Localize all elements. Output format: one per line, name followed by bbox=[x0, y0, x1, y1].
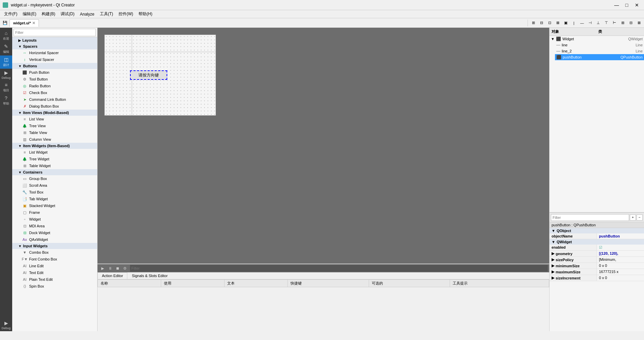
prop-maximumsize-value[interactable]: 16777215 x bbox=[597, 269, 644, 275]
sidebar-debug-bottom[interactable]: ▶ Debug bbox=[0, 319, 12, 331]
action-delete-btn[interactable]: ⏹ bbox=[114, 265, 121, 272]
tree-item-line[interactable]: — line Line bbox=[555, 42, 644, 48]
maximize-button[interactable]: □ bbox=[622, 2, 631, 8]
item-push-button[interactable]: ⬛ Push Button bbox=[12, 69, 97, 76]
item-tool-box[interactable]: 🔧 Tool Box bbox=[12, 189, 97, 196]
prop-objectname-value[interactable]: pushButton bbox=[597, 233, 644, 239]
enabled-checkbox[interactable]: ☑ bbox=[599, 245, 602, 249]
item-check-box[interactable]: ☑ Check Box bbox=[12, 89, 97, 96]
maximumsize-expand[interactable]: ▶ bbox=[552, 270, 554, 274]
item-widget[interactable]: ▫ Widget bbox=[12, 216, 97, 223]
sidebar-design[interactable]: ◫ 设计 bbox=[0, 55, 12, 69]
sizeincrement-expand[interactable]: ▶ bbox=[552, 276, 554, 280]
tool-btn-2[interactable]: ⊟ bbox=[538, 19, 545, 27]
sidebar-debug[interactable]: ▶ Debug bbox=[0, 69, 12, 81]
tool-btn-3[interactable]: ⊡ bbox=[546, 19, 553, 27]
item-spin-box[interactable]: ⟨⟩ Spin Box bbox=[12, 283, 97, 290]
tool-btn-4[interactable]: ⊠ bbox=[554, 19, 561, 27]
prop-minimumsize-key[interactable]: ▶minimumSize bbox=[550, 263, 597, 269]
item-tree-view[interactable]: 🌲 Tree View bbox=[12, 122, 97, 129]
item-table-view[interactable]: ⊞ Table View bbox=[12, 129, 97, 136]
item-group-box[interactable]: ▭ Group Box bbox=[12, 175, 97, 182]
tool-save[interactable]: 💾 bbox=[1, 19, 9, 27]
category-input-widgets[interactable]: ▼ Input Widgets bbox=[12, 243, 97, 249]
item-horizontal-spacer[interactable]: ↔ Horizontal Spacer bbox=[12, 49, 97, 56]
item-tab-widget[interactable]: 📑 Tab Widget bbox=[12, 196, 97, 202]
item-list-widget[interactable]: ≡ List Widget bbox=[12, 149, 97, 156]
action-add-btn[interactable]: ▶ bbox=[99, 265, 106, 272]
sidebar-welcome[interactable]: ⌂ 欢迎 bbox=[0, 29, 12, 42]
item-dialog-button-box[interactable]: ✗ Dialog Button Box bbox=[12, 103, 97, 110]
widget-filter-input[interactable] bbox=[14, 29, 96, 36]
category-spacers[interactable]: ▼ Spacers bbox=[12, 43, 97, 49]
tool-btn-6[interactable]: | bbox=[570, 19, 578, 27]
tool-btn-10[interactable]: ⊤ bbox=[603, 19, 610, 27]
item-radio-button[interactable]: ◎ Radio Button bbox=[12, 83, 97, 89]
category-buttons[interactable]: ▼ Buttons bbox=[12, 63, 97, 69]
design-area[interactable]: 请按方向键 bbox=[98, 28, 549, 264]
prop-enabled-value[interactable]: ☑ bbox=[597, 245, 644, 250]
tool-btn-1[interactable]: ⊞ bbox=[530, 19, 537, 27]
tool-btn-13[interactable]: ⊟ bbox=[627, 19, 635, 27]
action-edit-btn[interactable]: ⏸ bbox=[106, 265, 114, 272]
tool-btn-9[interactable]: ⊥ bbox=[595, 19, 602, 27]
tool-btn-5[interactable]: ▣ bbox=[562, 19, 570, 27]
item-frame[interactable]: ▢ Frame bbox=[12, 209, 97, 216]
item-dock-widget[interactable]: ⊟ Dock Widget bbox=[12, 229, 97, 236]
tab-widget-ui[interactable]: widget.ui* ✕ bbox=[9, 19, 39, 27]
tree-item-widget[interactable]: ▼ ⬛ Widget QWidget bbox=[550, 36, 644, 42]
prop-sizepolicy-value[interactable]: [Minimum, bbox=[597, 257, 644, 263]
action-filter-input[interactable] bbox=[130, 265, 548, 272]
prop-geometry-key[interactable]: ▶geometry bbox=[550, 251, 597, 256]
tool-btn-8[interactable]: ⊣ bbox=[586, 19, 594, 27]
prop-filter-remove[interactable]: − bbox=[637, 214, 643, 221]
tool-btn-12[interactable]: ⊞ bbox=[619, 19, 626, 27]
sidebar-project[interactable]: ≡ 项目 bbox=[0, 81, 12, 94]
tool-btn-7[interactable]: — bbox=[578, 19, 586, 27]
tab-action-editor[interactable]: Action Editor bbox=[98, 272, 127, 279]
prop-filter-input[interactable] bbox=[551, 214, 629, 221]
prop-minimumsize-value[interactable]: 0 x 0 bbox=[597, 263, 644, 269]
canvas-push-button[interactable]: 请按方向键 bbox=[130, 70, 167, 80]
item-qax-widget[interactable]: Ax QAxWidget bbox=[12, 236, 97, 243]
item-list-view[interactable]: ≡ List View bbox=[12, 116, 97, 122]
category-item-views[interactable]: ▼ Item Views (Model-Based) bbox=[12, 110, 97, 116]
tab-close-icon[interactable]: ✕ bbox=[32, 21, 35, 25]
item-table-widget[interactable]: ⊞ Table Widget bbox=[12, 162, 97, 169]
menu-controls[interactable]: 控件(W) bbox=[116, 10, 136, 18]
minimize-button[interactable]: — bbox=[612, 2, 621, 8]
tree-item-line2[interactable]: — line_2 Line bbox=[555, 48, 644, 54]
tool-btn-11[interactable]: ⊢ bbox=[611, 19, 618, 27]
menu-debug[interactable]: 调试(D) bbox=[58, 10, 77, 18]
item-stacked-widget[interactable]: ▣ Stacked Widget bbox=[12, 202, 97, 209]
menu-file[interactable]: 文件(F) bbox=[1, 10, 20, 18]
prop-filter-add[interactable]: + bbox=[630, 214, 636, 221]
prop-maximumsize-key[interactable]: ▶maximumSize bbox=[550, 269, 597, 275]
close-button[interactable]: ✕ bbox=[632, 2, 641, 8]
item-combo-box[interactable]: ▼ Combo Box bbox=[12, 249, 97, 256]
geometry-expand[interactable]: ▶ bbox=[552, 251, 554, 256]
item-command-link[interactable]: ➤ Command Link Button bbox=[12, 96, 97, 103]
item-column-view[interactable]: ▥ Column View bbox=[12, 136, 97, 143]
prop-geometry-value[interactable]: [(120, 120), bbox=[597, 251, 644, 256]
sidebar-edit[interactable]: ✎ 编辑 bbox=[0, 42, 12, 55]
item-tree-widget[interactable]: 🌲 Tree Widget bbox=[12, 156, 97, 162]
prop-sizeincrement-key[interactable]: ▶sizeIncrement bbox=[550, 275, 597, 281]
item-vertical-spacer[interactable]: ↕ Vertical Spacer bbox=[12, 56, 97, 63]
menu-analyze[interactable]: Analyze bbox=[77, 11, 97, 17]
menu-help[interactable]: 帮助(H) bbox=[136, 10, 155, 18]
design-canvas[interactable]: 请按方向键 bbox=[104, 35, 216, 116]
tree-item-pushbutton[interactable]: ⬛ pushButton QPushButton bbox=[555, 54, 644, 60]
prop-sizepolicy-key[interactable]: ▶sizePolicy bbox=[550, 257, 597, 263]
item-text-edit[interactable]: AI Text Edit bbox=[12, 269, 97, 276]
prop-cat-qwidget[interactable]: ▼ QWidget bbox=[550, 239, 644, 245]
category-layouts[interactable]: ▶ Layouts bbox=[12, 37, 97, 43]
menu-tools[interactable]: 工具(T) bbox=[97, 10, 116, 18]
item-plain-text-edit[interactable]: AI Plain Text Edit bbox=[12, 276, 97, 283]
sizepolicy-expand[interactable]: ▶ bbox=[552, 257, 554, 262]
menu-edit[interactable]: 编辑(E) bbox=[20, 10, 39, 18]
item-tool-button[interactable]: ⚙ Tool Button bbox=[12, 76, 97, 83]
tab-signals-slots[interactable]: Signals & Slots Editor bbox=[127, 272, 172, 279]
category-containers[interactable]: ▼ Containers bbox=[12, 169, 97, 175]
tool-btn-14[interactable]: ⊠ bbox=[635, 19, 643, 27]
